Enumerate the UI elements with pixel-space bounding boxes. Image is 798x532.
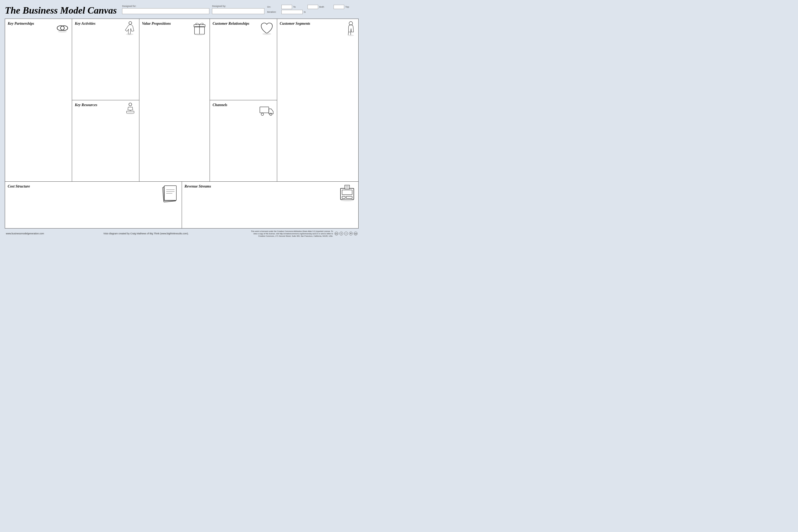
customer-relationships-cell: Customer Relationships [210,19,277,100]
customer-relationships-icon [259,20,275,36]
key-activities-cell: Key Activities [72,19,139,100]
page-title: The Business Model Canvas [5,5,117,16]
svg-rect-33 [345,185,349,189]
key-partnerships-label: Key Partnerships [8,22,34,25]
key-activities-icon [122,20,137,35]
svg-point-22 [348,35,354,36]
on-label: On: [267,5,280,8]
cc-icon-5: SA [354,232,358,235]
customer-segments-cell: Customer Segments [277,19,358,182]
customer-segments-icon [340,20,356,36]
designed-by-label: Designed by: [212,5,264,7]
svg-point-36 [341,199,354,201]
svg-point-7 [129,103,132,106]
value-propositions-icon [191,20,208,36]
revenue-streams-icon [338,183,356,203]
designed-by-group: Designed by: [212,5,264,14]
svg-rect-30 [342,190,352,195]
iteration-label: Iteration: [267,11,280,13]
value-propositions-cell: Value Propositions [139,19,210,182]
footer-right-group: This work is licensed under the Creative… [248,230,358,237]
key-activities-label: Key Activities [75,22,95,25]
revenue-streams-cell: Revenue Streams [182,182,359,228]
customer-relationships-label: Customer Relationships [212,22,249,25]
designed-for-group: Designed for: [122,5,209,14]
both-input[interactable] [307,5,318,9]
svg-point-5 [129,22,132,24]
key-resources-label: Key Resources [75,103,97,107]
designed-for-label: Designed for: [122,5,209,7]
svg-point-10 [126,113,134,114]
footer-license: This work is licensed under the Creative… [248,230,333,237]
revenue-streams-label: Revenue Streams [185,184,211,188]
channels-icon [259,102,275,118]
to-input[interactable] [281,5,292,9]
key-partnerships-icon [54,20,70,36]
iteration-row: Iteration: Is [267,10,359,14]
on-row: On: To Both Top [267,5,359,9]
header: The Business Model Canvas Designed for: … [5,5,359,16]
svg-rect-32 [346,196,352,198]
to-label: To [293,5,306,8]
iteration-input[interactable] [281,10,303,14]
customer-segments-label: Customer Segments [280,22,310,25]
svg-point-18 [269,113,272,115]
designed-for-input[interactable] [122,8,209,14]
svg-point-4 [58,31,67,33]
svg-line-20 [348,32,348,35]
value-propositions-label: Value Propositions [142,22,171,25]
cr-channels-col: Customer Relationships Channels [210,19,277,182]
footer-credit: Visio diagram created by Craig Mathews o… [103,232,189,235]
canvas: Key Partnerships Key Activities [5,19,359,228]
cc-icon-4: ⊕ [349,232,353,235]
canvas-bottom: Cost Structure Revenue Streams [5,182,358,228]
svg-point-17 [261,113,264,115]
svg-rect-25 [165,186,176,200]
top-label: Top [345,5,359,8]
is-label: Is [304,11,317,13]
cc-icon-3: = [344,232,348,235]
svg-point-6 [126,34,133,35]
right-fields: On: To Both Top Iteration: Is [267,5,359,14]
svg-point-15 [262,33,271,35]
cost-structure-label: Cost Structure [8,184,30,188]
both-label: Both [319,5,332,8]
key-resources-icon [122,102,137,116]
top-input[interactable] [334,5,344,9]
svg-point-14 [195,34,204,35]
svg-rect-16 [260,107,269,113]
channels-cell: Channels [210,100,277,182]
cc-icon-1: CC [335,232,338,235]
footer: www.businessmodelgeneration.com Visio di… [5,230,359,237]
key-activities-resources-col: Key Activities Key Resources [72,19,139,182]
cc-icon-2: © [339,232,343,235]
header-fields: Designed for: Designed by: On: To Both T… [122,5,359,14]
cost-structure-icon [162,183,179,203]
canvas-main: Key Partnerships Key Activities [5,19,358,182]
key-partnerships-cell: Key Partnerships [5,19,72,182]
designed-by-input[interactable] [212,8,264,14]
footer-cc-icons: CC © = ⊕ SA [335,232,358,235]
channels-label: Channels [212,103,227,107]
cost-structure-cell: Cost Structure [5,182,182,228]
footer-website: www.businessmodelgeneration.com [6,232,44,235]
key-resources-cell: Key Resources [72,100,139,182]
svg-rect-31 [342,196,345,198]
